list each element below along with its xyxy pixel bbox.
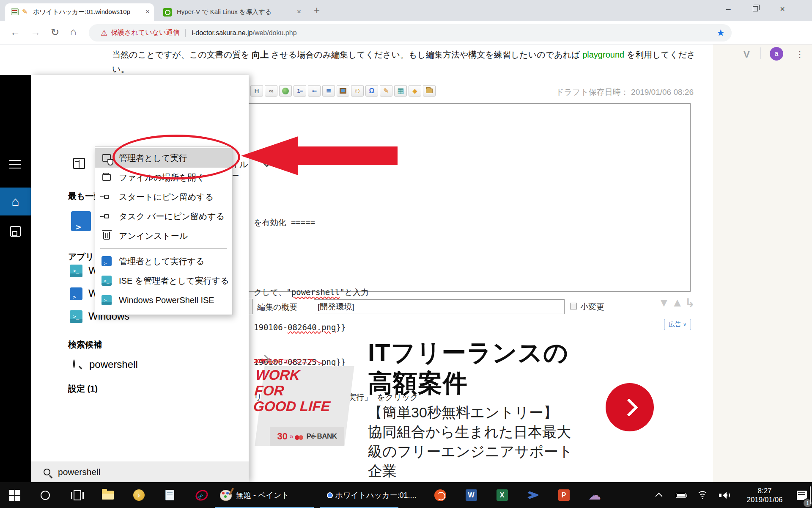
unordered-list-button[interactable]: •≡ bbox=[308, 85, 321, 97]
reload-icon[interactable]: ↻ bbox=[51, 26, 59, 38]
arrow-return-icon[interactable]: ↳ bbox=[685, 296, 694, 310]
powershell-ise-icon: >_ bbox=[70, 265, 82, 277]
start-button[interactable] bbox=[4, 482, 25, 508]
tab-title: ホワイトハッカー:01.windows10p bbox=[33, 8, 136, 16]
omnibox-divider bbox=[185, 29, 186, 37]
not-secure-warning-icon[interactable]: ⚠ bbox=[101, 28, 107, 38]
ad-headline-1[interactable]: ITフリーランスの bbox=[368, 337, 569, 370]
notepad-button[interactable] bbox=[159, 482, 180, 508]
ad-badge[interactable]: 広告∨ bbox=[664, 319, 691, 330]
ad-badge-chevron: ∨ bbox=[683, 322, 686, 327]
menu-item-run-as-admin-ps[interactable]: >_管理者として実行する bbox=[95, 251, 232, 271]
search-suggestions-header: 検索候補 bbox=[68, 339, 102, 351]
link-button[interactable]: ∞ bbox=[265, 85, 277, 97]
music-icon: ♪ bbox=[133, 489, 145, 501]
arrow-up-icon[interactable]: ▲ bbox=[672, 296, 683, 310]
arrow-down-icon[interactable]: ▼ bbox=[658, 296, 670, 310]
ordered-list-button[interactable]: 1≡ bbox=[294, 85, 306, 97]
dokuwiki-favicon bbox=[11, 8, 19, 15]
image-button[interactable] bbox=[337, 85, 349, 97]
hr-button[interactable]: ≣ bbox=[322, 85, 335, 97]
window-close-button[interactable]: × bbox=[773, 2, 792, 16]
task-view-icon bbox=[74, 490, 81, 500]
menu-item-pin-to-taskbar[interactable]: タスク バーにピン留めする bbox=[95, 207, 232, 226]
new-tab-button[interactable]: + bbox=[314, 4, 320, 16]
task-view-button[interactable] bbox=[67, 482, 88, 508]
tab-inactive[interactable]: Hyper-V で Kali Linux を導入する × bbox=[157, 3, 306, 21]
smiley-button[interactable]: ☺ bbox=[351, 85, 364, 97]
pin-icon bbox=[104, 195, 109, 199]
powershell-tile-icon[interactable]: >_ bbox=[71, 211, 91, 231]
snipping-tool-icon bbox=[195, 489, 206, 501]
menu-item-uninstall[interactable]: アンインストール bbox=[95, 226, 232, 246]
media-button[interactable] bbox=[423, 85, 436, 97]
ubuntu-button[interactable] bbox=[430, 482, 451, 508]
apps-filter-icon[interactable] bbox=[73, 158, 85, 169]
paint-window-button[interactable]: 無題 - ペイント bbox=[215, 482, 314, 508]
signature-button[interactable]: ✎ bbox=[380, 85, 392, 97]
playground-link[interactable]: playground bbox=[582, 50, 624, 59]
visual-studio-button[interactable] bbox=[522, 482, 543, 508]
tab-close-icon[interactable]: × bbox=[145, 8, 150, 16]
minor-edit-label: 小変更 bbox=[580, 301, 604, 312]
window-restore-button[interactable] bbox=[746, 2, 765, 16]
image-icon bbox=[340, 88, 346, 94]
ad-headline-2[interactable]: 高額案件 bbox=[368, 367, 468, 400]
headline-button[interactable]: H bbox=[250, 85, 263, 97]
search-suggestion-row[interactable]: powershell bbox=[73, 360, 75, 368]
plugin-button[interactable]: ◆ bbox=[409, 85, 421, 97]
powershell-ise-icon: >_ bbox=[70, 310, 82, 323]
excel-button[interactable]: X bbox=[491, 482, 513, 508]
home-icon[interactable]: ⌂ bbox=[70, 26, 77, 38]
table-button[interactable]: ▦ bbox=[394, 85, 407, 97]
bookmark-star-icon[interactable]: ★ bbox=[716, 28, 725, 39]
special-chars-button[interactable]: Ω bbox=[365, 85, 378, 97]
cloud-icon: ☁ bbox=[588, 488, 601, 502]
volume-tray-icon[interactable] bbox=[715, 482, 734, 508]
show-desktop-edge[interactable] bbox=[810, 486, 811, 504]
cloud-app-button[interactable]: ☁ bbox=[584, 482, 605, 508]
not-secure-label[interactable]: 保護されていない通信 bbox=[111, 28, 179, 37]
wifi-tray-icon[interactable] bbox=[693, 482, 712, 508]
browser-menu-icon[interactable]: ⋮ bbox=[796, 49, 804, 59]
action-center-icon: 1 bbox=[797, 491, 807, 500]
chrome-window-button[interactable]: ✎ ホワイトハッカー:01.... bbox=[320, 482, 398, 508]
menu-item-powershell-ise[interactable]: >_Windows PowerShell ISE bbox=[95, 290, 232, 310]
menu-item-run-ise-as-admin[interactable]: >_ISE を管理者として実行する bbox=[95, 271, 232, 290]
tab-active[interactable]: ✎ ホワイトハッカー:01.windows10p × bbox=[5, 3, 154, 21]
taskbar: ♪ 無題 - ペイント ✎ ホワイトハッカー:01.... W X P ☁ 8:… bbox=[0, 482, 812, 508]
taskbar-search-box[interactable]: powershell bbox=[31, 461, 249, 482]
hamburger-icon[interactable] bbox=[9, 160, 21, 168]
omnibox[interactable]: ⚠ 保護されていない通信 i-doctor.sakura.ne.jp /web/… bbox=[89, 24, 732, 41]
notepad-icon bbox=[165, 490, 174, 500]
minor-edit-checkbox[interactable] bbox=[570, 303, 577, 309]
rail-home-button[interactable]: ⌂ bbox=[0, 188, 31, 215]
action-center-button[interactable]: 1 bbox=[793, 482, 810, 508]
avatar[interactable]: a bbox=[770, 47, 783, 61]
windows-logo-icon bbox=[9, 490, 20, 501]
summary-input[interactable]: [開発環境] bbox=[314, 299, 565, 314]
menu-item-pin-to-start[interactable]: スタートにピン留めする bbox=[95, 187, 232, 207]
ad-next-button[interactable] bbox=[606, 383, 654, 431]
file-explorer-button[interactable] bbox=[97, 482, 118, 508]
clock-tray[interactable]: 8:272019/01/06 bbox=[737, 482, 793, 508]
music-app-button[interactable]: ♪ bbox=[128, 482, 149, 508]
cube-icon: ◆ bbox=[412, 87, 417, 95]
headline-icon: H bbox=[255, 87, 259, 94]
external-link-button[interactable] bbox=[279, 85, 292, 97]
forward-icon[interactable]: → bbox=[30, 26, 41, 38]
word-button[interactable]: W bbox=[461, 482, 482, 508]
uac-shield-icon bbox=[102, 154, 111, 162]
rail-app-icon[interactable] bbox=[10, 226, 21, 237]
start-menu-rail: ⌂ ⚙ bbox=[0, 75, 31, 482]
tray-show-hidden-button[interactable] bbox=[651, 482, 668, 508]
snipping-tool-button[interactable] bbox=[190, 482, 211, 508]
extension-icon[interactable]: V bbox=[743, 49, 750, 60]
cortana-button[interactable] bbox=[35, 482, 56, 508]
powerpoint-button[interactable]: P bbox=[553, 482, 574, 508]
window-minimize-button[interactable]: – bbox=[719, 2, 738, 16]
back-icon[interactable]: ← bbox=[10, 26, 20, 38]
wifi-icon bbox=[697, 491, 708, 500]
battery-tray-icon[interactable] bbox=[672, 482, 690, 508]
tab2-close-icon[interactable]: × bbox=[297, 8, 301, 16]
